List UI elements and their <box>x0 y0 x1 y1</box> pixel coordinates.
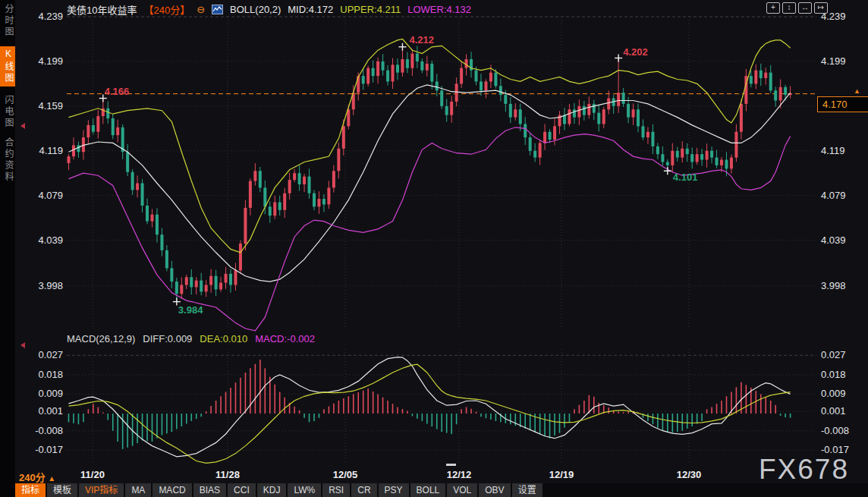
macd-header: MACD(26,12,9) DIFF:0.009 DEA:0.010 MACD:… <box>67 333 315 344</box>
macd-axis-label-left: 0.027 <box>23 349 63 360</box>
toolbar-item-VIP指标[interactable]: VIP指标 <box>79 483 124 497</box>
pane-resize-handle[interactable] <box>446 464 456 466</box>
macd-params-label: MACD(26,12,9) <box>67 333 135 344</box>
indicator-toolbar: 指标模板VIP指标MAMACDBIASCCIKDJLW%RSICRPSYBOLL… <box>15 483 868 497</box>
boll-lower-value: LOWER:4.132 <box>407 4 471 15</box>
toolbar-item-MACD[interactable]: MACD <box>153 483 191 497</box>
price-axis-label-right: 4.039 <box>821 234 846 246</box>
toolbar-item-KDJ[interactable]: KDJ <box>257 483 287 497</box>
sidebar-tab-2[interactable]: 闪电图 <box>0 95 15 129</box>
grid-lines <box>67 17 816 464</box>
macd-macd-value: MACD:-0.002 <box>255 333 315 344</box>
chart-tools: +↕↔↦ <box>766 2 828 14</box>
kline-app: 分时图K线图闪电图合约资料 美债10年收益率 【240分】 ⊖ BOLL(20,… <box>0 0 868 497</box>
price-axis-label-left: 3.998 <box>29 280 63 291</box>
boll-params-label: BOLL(20,2) <box>230 4 281 15</box>
toolbar-item-设置[interactable]: 设置 <box>512 483 542 497</box>
period-selector[interactable]: 240分 ▲ <box>19 470 55 484</box>
macd-axis-label-right: -0.008 <box>821 425 849 436</box>
macd-axis-label-right: 0.027 <box>821 349 846 360</box>
minus-circle-icon[interactable]: ⊖ <box>197 4 205 15</box>
boll-upper-value: UPPER:4.211 <box>340 4 401 15</box>
instrument-title: 美债10年收益率 <box>67 2 137 17</box>
macd-axis-label-left: -0.017 <box>23 444 63 455</box>
goto-latest-icon[interactable]: ↦ <box>814 2 828 14</box>
chart-canvas[interactable] <box>0 0 868 497</box>
macd-axis-label-left: 0.009 <box>23 388 63 399</box>
macd-axis-label-right: 0.009 <box>821 388 846 399</box>
toolbar-item-LW%[interactable]: LW% <box>288 483 321 497</box>
x-axis-label: 12/30 <box>666 469 712 480</box>
sidebar-tab-0[interactable]: 分时图 <box>0 4 15 38</box>
toolbar-item-RSI[interactable]: RSI <box>322 483 350 497</box>
price-axis-label-left: 4.039 <box>29 234 63 246</box>
price-arrow-icon: ▲ <box>854 87 860 95</box>
sidebar-tab-3[interactable]: 合约资料 <box>0 137 15 183</box>
period-tag: 【240分】 <box>143 2 190 17</box>
price-axis-label-right: 4.199 <box>821 55 846 67</box>
scale-x-icon[interactable]: ↔ <box>798 2 812 14</box>
axis-markers <box>20 123 25 348</box>
x-axis-label: 12/05 <box>322 469 368 480</box>
macd-histogram <box>69 360 791 449</box>
toolbar-item-CR[interactable]: CR <box>351 483 376 497</box>
scale-y-icon[interactable]: ↕ <box>782 2 796 14</box>
macd-axis-label-right: 0.001 <box>821 405 846 417</box>
macd-diff-value: DIFF:0.009 <box>143 333 192 344</box>
toolbar-item-VOL[interactable]: VOL <box>447 483 477 497</box>
x-axis-label: 12/19 <box>539 469 584 480</box>
x-axis-label: 11/28 <box>205 469 250 480</box>
price-axis-label-left: 4.159 <box>29 100 63 112</box>
price-axis-label-left: 4.199 <box>29 55 63 67</box>
price-annotation: 4.101 <box>673 171 698 183</box>
macd-axis-label-right: 0.018 <box>821 369 846 380</box>
boll-mid-value: MID:4.172 <box>288 4 333 15</box>
macd_diff-line <box>69 357 791 457</box>
toolbar-item-BIAS[interactable]: BIAS <box>193 483 226 497</box>
macd-axis-label-left: 0.001 <box>23 405 63 417</box>
price-axis-label-left: 4.239 <box>29 11 63 22</box>
toolbar-item-MA[interactable]: MA <box>125 483 151 497</box>
price-axis-label-right: 4.079 <box>821 190 846 201</box>
toolbar-item-CCI[interactable]: CCI <box>228 483 256 497</box>
x-axis-label: 11/20 <box>70 469 115 480</box>
boll_mid-line <box>69 85 791 282</box>
toolbar-item-BOLL[interactable]: BOLL <box>410 483 446 497</box>
toolbar-item-OBV[interactable]: OBV <box>479 483 510 497</box>
sidebar: 分时图K线图闪电图合约资料 <box>0 0 15 497</box>
price-annotation: 3.984 <box>178 304 203 316</box>
toolbar-item-PSY[interactable]: PSY <box>379 483 409 497</box>
price-annotation: 4.166 <box>105 86 130 97</box>
current-price-box: 4.170 <box>817 96 868 112</box>
x-axis-label: 12/12 <box>436 469 482 480</box>
price-axis-label-right: 3.998 <box>821 280 846 291</box>
macd-axis-label-left: -0.008 <box>23 425 63 436</box>
price-axis-label-left: 4.119 <box>29 145 63 156</box>
macd-dea-value: DEA:0.010 <box>200 333 247 344</box>
sidebar-tab-1[interactable]: K线图 <box>0 46 15 87</box>
price-axis-label-left: 4.079 <box>29 190 63 201</box>
watermark: FX678 <box>759 454 849 486</box>
pan-icon[interactable]: + <box>766 2 780 14</box>
toolbar-item-模板[interactable]: 模板 <box>47 483 77 497</box>
price-annotation: 4.212 <box>409 34 434 46</box>
price-axis-label-right: 4.119 <box>821 145 845 156</box>
toolbar-item-指标[interactable]: 指标 <box>15 483 46 497</box>
chart-thumbnail-icon[interactable] <box>212 5 223 14</box>
price-annotation: 4.202 <box>623 46 648 58</box>
macd-axis-label-left: 0.018 <box>23 369 63 380</box>
chart-header: 美债10年收益率 【240分】 ⊖ BOLL(20,2) MID:4.172 U… <box>67 2 471 17</box>
